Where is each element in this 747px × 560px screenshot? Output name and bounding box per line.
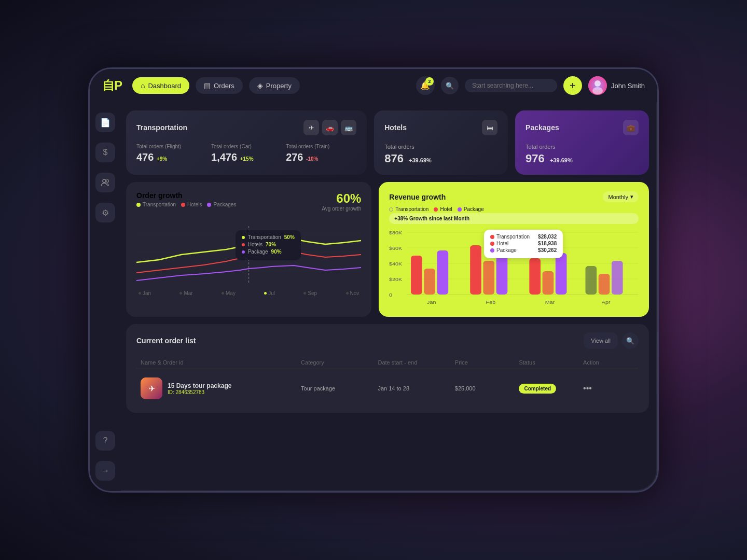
- svg-text:$80K: $80K: [389, 230, 403, 235]
- svg-text:✈: ✈: [148, 384, 155, 393]
- order-growth-card: Order growth Transportation Hotels Packa…: [126, 182, 371, 317]
- transportation-title: Transportation: [136, 123, 187, 132]
- main-layout: 📄 $ ⚙ ? →: [90, 102, 657, 491]
- packages-card: Packages 💼 Total orders 976 +39.69%: [515, 110, 649, 175]
- svg-point-1: [594, 80, 601, 87]
- svg-text:$20K: $20K: [389, 277, 403, 282]
- col-date: Date start - end: [378, 359, 454, 366]
- notification-badge: 2: [425, 77, 434, 86]
- notification-button[interactable]: 🔔 2: [416, 76, 435, 95]
- svg-text:Apr: Apr: [602, 300, 611, 305]
- nav-orders[interactable]: ▤ Orders: [196, 77, 243, 94]
- svg-rect-31: [612, 261, 623, 295]
- svg-rect-22: [437, 250, 449, 295]
- sidebar-document-icon[interactable]: 📄: [95, 113, 115, 132]
- order-thumbnail: ✈: [141, 377, 162, 399]
- car-value: 1,476 +15%: [211, 151, 282, 163]
- packages-title: Packages: [525, 123, 559, 132]
- order-price: $25,000: [455, 385, 519, 391]
- property-icon: ◈: [257, 81, 263, 90]
- svg-rect-29: [586, 266, 597, 295]
- app-logo: ⾃P: [102, 77, 122, 94]
- svg-rect-21: [424, 269, 436, 295]
- order-category: Tour package: [301, 385, 378, 391]
- svg-point-4: [106, 180, 109, 183]
- order-growth-avg: 60%: [322, 191, 361, 206]
- sidebar-dollar-icon[interactable]: $: [95, 143, 115, 162]
- order-growth-avg-label: Avg order growth: [322, 206, 361, 212]
- search-toggle-button[interactable]: 🔍: [441, 77, 459, 94]
- search-container: [465, 79, 557, 92]
- svg-point-2: [592, 87, 603, 94]
- order-list-title: Current order list: [136, 337, 196, 345]
- nav-orders-label: Orders: [214, 82, 234, 90]
- order-search-button[interactable]: 🔍: [622, 332, 639, 349]
- order-growth-title: Order growth: [136, 191, 236, 200]
- order-table-header: Name & Order id Category Date start - en…: [136, 356, 639, 369]
- orders-icon: ▤: [204, 81, 211, 90]
- car-label: Total orders (Car): [211, 144, 282, 149]
- table-row: ✈ 15 Days tour package ID: 2846352783 To…: [136, 372, 639, 404]
- hotels-value: 876 +39.69%: [384, 152, 497, 165]
- user-name: John Smith: [611, 82, 645, 90]
- order-action-button[interactable]: •••: [583, 384, 634, 393]
- growth-badge: +38% Growth since last Month: [389, 213, 639, 224]
- sidebar-users-icon[interactable]: [95, 173, 115, 192]
- search-input[interactable]: [472, 82, 550, 89]
- svg-text:Mar: Mar: [545, 300, 555, 305]
- svg-rect-27: [543, 271, 554, 295]
- sidebar-help-icon[interactable]: ?: [95, 431, 115, 451]
- package-icon: 💼: [623, 120, 639, 135]
- order-name: 15 Days tour package: [168, 382, 231, 389]
- packages-label: Total orders: [525, 144, 639, 150]
- svg-text:Jan: Jan: [427, 300, 436, 305]
- flight-label: Total orders (Flight): [136, 144, 207, 149]
- view-all-button[interactable]: View all: [584, 332, 618, 349]
- sidebar-settings-icon[interactable]: ⚙: [95, 203, 115, 222]
- svg-text:Feb: Feb: [486, 300, 496, 305]
- packages-value: 976 +39.69%: [525, 152, 639, 165]
- bar-chart-tooltip: Transportation $28,032 Hotel $18,938: [484, 230, 563, 258]
- add-button[interactable]: +: [563, 76, 582, 95]
- car-icon: 🚗: [322, 120, 338, 135]
- home-icon: ⌂: [141, 81, 145, 90]
- svg-text:$40K: $40K: [389, 261, 403, 267]
- col-price: Price: [455, 359, 519, 366]
- nav-dashboard[interactable]: ⌂ Dashboard: [132, 77, 189, 94]
- train-value: 276 -10%: [286, 151, 356, 163]
- navbar: ⾃P ⌂ Dashboard ▤ Orders ◈ Property 🔔 2 🔍…: [90, 69, 657, 102]
- content-area: Transportation ✈ 🚗 🚌 Total orders (Fligh…: [121, 102, 657, 491]
- flight-value: 476 +9%: [136, 151, 207, 163]
- col-name: Name & Order id: [141, 359, 301, 366]
- svg-rect-28: [556, 253, 567, 295]
- order-id: ID: 2846352783: [168, 389, 231, 395]
- svg-rect-24: [483, 261, 495, 295]
- svg-rect-20: [411, 256, 422, 295]
- svg-text:$60K: $60K: [389, 246, 403, 251]
- nav-property-label: Property: [266, 82, 292, 90]
- svg-rect-26: [530, 258, 541, 295]
- order-list-card: Current order list View all 🔍 Name & Ord…: [126, 324, 649, 413]
- svg-text:0: 0: [389, 292, 393, 298]
- svg-point-3: [103, 179, 106, 183]
- train-label: Total orders (Train): [286, 144, 356, 149]
- order-status: Completed: [519, 383, 583, 394]
- hotels-label: Total orders: [384, 144, 497, 150]
- train-icon: 🚌: [341, 120, 356, 135]
- flight-icon: ✈: [303, 120, 319, 135]
- col-action: Action: [583, 359, 634, 366]
- month-labels: Jan Mar May Jul Sep Nov: [136, 290, 361, 296]
- col-status: Status: [519, 359, 583, 366]
- nav-dashboard-label: Dashboard: [148, 82, 181, 90]
- sidebar-logout-icon[interactable]: →: [95, 461, 115, 481]
- hotel-icon: 🛏: [482, 120, 497, 135]
- monthly-dropdown[interactable]: Monthly ▾: [603, 191, 639, 202]
- revenue-growth-card: Revenue growth Monthly ▾ Transportation …: [379, 182, 649, 317]
- nav-property[interactable]: ◈ Property: [249, 77, 300, 94]
- revenue-bar-chart: Transportation $28,032 Hotel $18,938: [389, 227, 639, 307]
- sidebar: 📄 $ ⚙ ? →: [90, 102, 121, 491]
- user-info[interactable]: John Smith: [588, 76, 645, 95]
- charts-row: Order growth Transportation Hotels Packa…: [126, 182, 649, 317]
- stats-row: Transportation ✈ 🚗 🚌 Total orders (Fligh…: [126, 110, 649, 175]
- transportation-card: Transportation ✈ 🚗 🚌 Total orders (Fligh…: [126, 110, 367, 175]
